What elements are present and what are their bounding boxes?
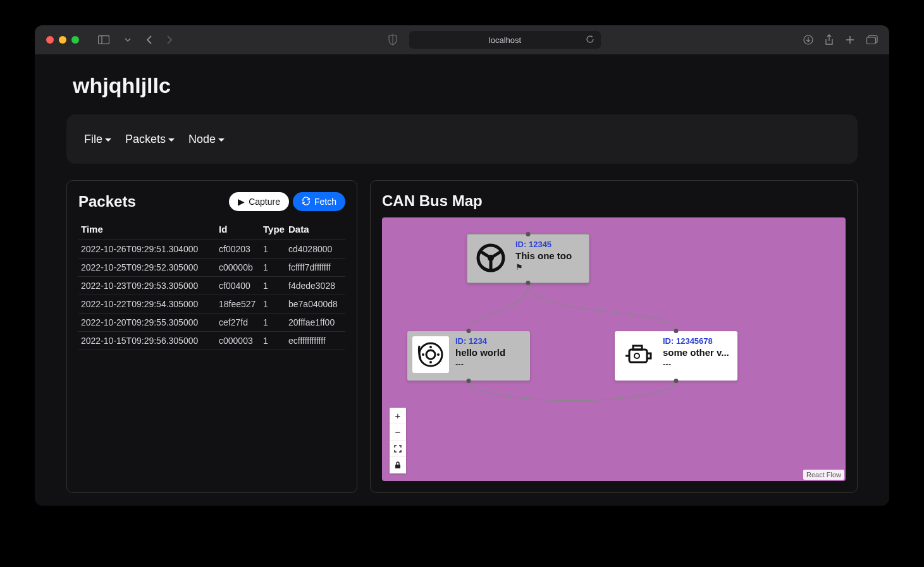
minimize-window-button[interactable]: [59, 36, 66, 44]
close-window-button[interactable]: [46, 36, 54, 44]
share-icon[interactable]: [825, 34, 834, 46]
sidebar-toggle-button[interactable]: [95, 32, 112, 48]
chevron-down-icon: [168, 138, 175, 142]
cell-type: 1: [261, 259, 286, 277]
engine-icon: [620, 336, 656, 373]
back-button[interactable]: [141, 32, 157, 48]
zoom-in-button[interactable]: +: [390, 408, 406, 424]
downloads-icon[interactable]: [803, 34, 813, 46]
cell-time: 2022-10-20T09:29:55.305000: [78, 314, 216, 332]
svg-point-9: [426, 350, 435, 359]
tab-overview-icon[interactable]: [866, 34, 878, 46]
cell-data: ecffffffffffff: [286, 332, 345, 350]
flow-node[interactable]: ID: 12345678 some other v... ---: [615, 331, 737, 381]
cell-id: c000003: [216, 332, 261, 350]
play-icon: ▶: [238, 197, 245, 207]
node-handle-top[interactable]: [674, 329, 679, 333]
menu-packets[interactable]: Packets: [125, 133, 175, 146]
app-title: whjqhljllc: [73, 73, 858, 98]
node-title-label: some other v...: [663, 347, 732, 358]
cell-data: 20fffae1ff00: [286, 314, 345, 332]
cell-id: cf00400: [216, 277, 261, 295]
cell-type: 1: [261, 332, 286, 350]
fetch-button[interactable]: Fetch: [293, 192, 345, 211]
cell-type: 1: [261, 295, 286, 314]
cell-data: be7a0400d8: [286, 295, 345, 314]
svg-rect-14: [629, 350, 647, 362]
cell-type: 1: [261, 240, 286, 259]
tab-dropdown-button[interactable]: [120, 32, 136, 48]
map-panel: CAN Bus Map ID: 12345: [370, 180, 858, 493]
node-sub-label: ---: [455, 359, 525, 369]
capture-button[interactable]: ▶ Capture: [229, 192, 289, 211]
svg-rect-0: [99, 36, 109, 44]
cell-data: f4dede3028: [286, 277, 345, 295]
col-header-type[interactable]: Type: [261, 219, 286, 240]
react-flow-attribution[interactable]: React Flow: [803, 470, 844, 480]
browser-window: localhost whjqhljllc File Packets: [35, 25, 889, 506]
flow-canvas[interactable]: ID: 12345 This one too ⚑ ID: 12: [382, 217, 846, 481]
cell-time: 2022-10-23T09:29:53.305000: [78, 277, 216, 295]
flow-node[interactable]: ID: 12345 This one too ⚑: [467, 234, 589, 283]
cell-type: 1: [261, 277, 286, 295]
steering-wheel-icon: [472, 240, 509, 276]
table-row[interactable]: 2022-10-25T09:29:52.305000c00000b1fcffff…: [78, 259, 345, 277]
col-header-data[interactable]: Data: [286, 219, 345, 240]
table-row[interactable]: 2022-10-26T09:29:51.304000cf002031cd4028…: [78, 240, 345, 259]
zoom-out-button[interactable]: −: [390, 424, 406, 441]
cell-id: c00000b: [216, 259, 261, 277]
node-id-label: ID: 12345678: [663, 336, 732, 346]
fit-view-button[interactable]: [390, 441, 406, 457]
refresh-icon: [302, 197, 311, 207]
map-title: CAN Bus Map: [382, 192, 846, 210]
packets-table: Time Id Type Data 2022-10-26T09:29:51.30…: [78, 219, 345, 350]
forward-button[interactable]: [161, 32, 178, 48]
cell-id: cef27fd: [216, 314, 261, 332]
node-handle-top[interactable]: [526, 232, 531, 236]
cell-time: 2022-10-25T09:29:52.305000: [78, 259, 216, 277]
table-row[interactable]: 2022-10-15T09:29:56.305000c0000031ecffff…: [78, 332, 345, 350]
cell-time: 2022-10-15T09:29:56.305000: [78, 332, 216, 350]
lock-button[interactable]: [390, 457, 406, 473]
url-text: localhost: [489, 35, 521, 45]
brake-disc-icon: [412, 336, 449, 373]
table-row[interactable]: 2022-10-23T09:29:53.305000cf004001f4dede…: [78, 277, 345, 295]
chevron-down-icon: [218, 138, 225, 142]
col-header-time[interactable]: Time: [78, 219, 216, 240]
menu-node[interactable]: Node: [188, 133, 225, 146]
titlebar: localhost: [35, 25, 889, 54]
table-row[interactable]: 2022-10-22T09:29:54.30500018fee5271be7a0…: [78, 295, 345, 314]
new-tab-icon[interactable]: [845, 34, 855, 46]
col-header-id[interactable]: Id: [216, 219, 261, 240]
svg-point-16: [634, 353, 639, 358]
address-bar[interactable]: localhost: [409, 31, 601, 49]
cell-id: 18fee527: [216, 295, 261, 314]
node-handle-top[interactable]: [467, 329, 471, 333]
cell-time: 2022-10-22T09:29:54.305000: [78, 295, 216, 314]
privacy-shield-icon[interactable]: [388, 34, 398, 46]
maximize-window-button[interactable]: [71, 36, 79, 44]
app-content: whjqhljllc File Packets Node Packets ▶ C…: [35, 54, 889, 506]
node-title-label: hello world: [455, 347, 525, 358]
packets-title: Packets: [78, 193, 136, 210]
node-handle-bottom[interactable]: [467, 379, 471, 383]
node-handle-bottom[interactable]: [526, 281, 531, 285]
cell-time: 2022-10-26T09:29:51.304000: [78, 240, 216, 259]
table-row[interactable]: 2022-10-20T09:29:55.305000cef27fd120fffa…: [78, 314, 345, 332]
menu-file[interactable]: File: [84, 133, 111, 146]
cell-id: cf00203: [216, 240, 261, 259]
node-title-label: This one too: [515, 250, 584, 261]
svg-point-13: [437, 353, 440, 356]
svg-rect-17: [395, 465, 400, 468]
reload-icon[interactable]: [586, 35, 594, 46]
svg-rect-5: [867, 37, 876, 44]
zoom-controls: + −: [390, 408, 406, 473]
cell-data: fcffff7dfffffff: [286, 259, 345, 277]
svg-rect-15: [633, 346, 642, 350]
node-id-label: ID: 12345: [515, 240, 584, 249]
cell-type: 1: [261, 314, 286, 332]
node-id-label: ID: 1234: [455, 336, 525, 346]
flow-node[interactable]: ID: 1234 hello world ---: [407, 331, 530, 381]
traffic-lights: [46, 36, 79, 44]
node-handle-bottom[interactable]: [674, 379, 679, 383]
